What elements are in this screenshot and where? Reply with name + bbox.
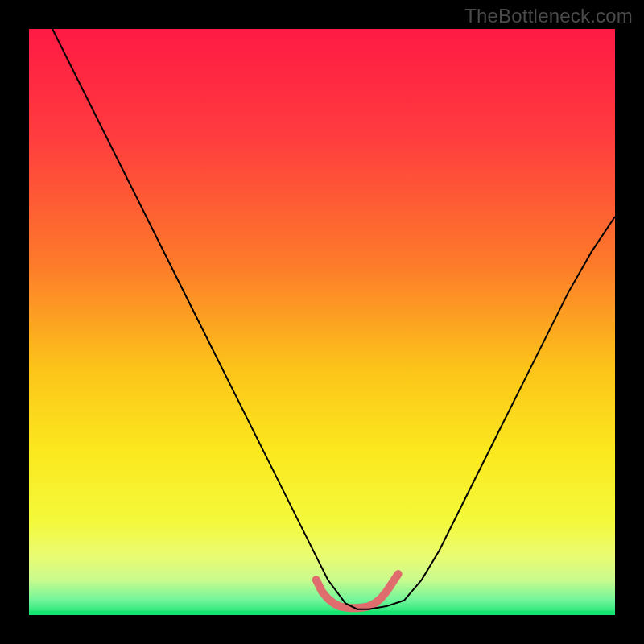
bottleneck-chart [29,29,615,615]
plot-area [29,29,615,615]
gradient-background [29,29,615,615]
app-frame: TheBottleneck.com [0,0,644,644]
watermark-text: TheBottleneck.com [464,5,633,27]
